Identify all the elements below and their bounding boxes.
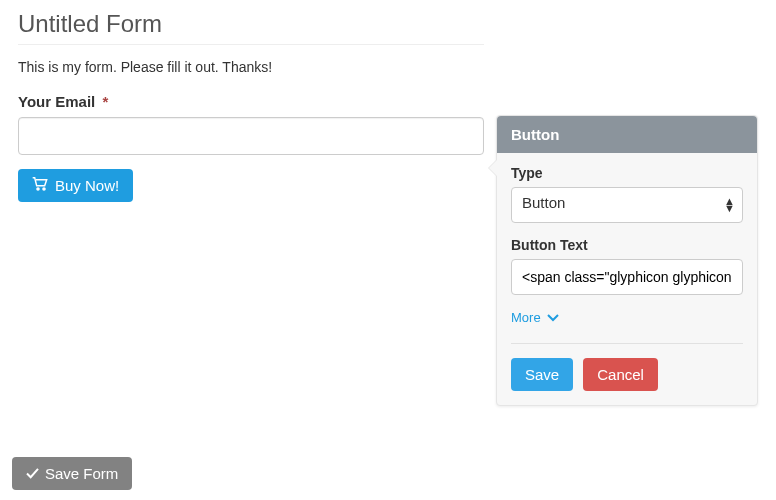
type-label: Type	[511, 165, 743, 181]
button-text-input[interactable]	[511, 259, 743, 295]
cancel-button[interactable]: Cancel	[583, 358, 658, 391]
save-button[interactable]: Save	[511, 358, 573, 391]
email-label-text: Your Email	[18, 93, 95, 110]
buy-now-button[interactable]: Buy Now!	[18, 169, 133, 202]
svg-point-1	[43, 188, 45, 190]
save-form-button[interactable]: Save Form	[12, 457, 132, 490]
buy-now-label: Buy Now!	[55, 177, 119, 194]
required-star: *	[102, 93, 108, 110]
more-toggle[interactable]: More	[511, 310, 559, 325]
panel-divider	[511, 343, 743, 344]
panel-header: Button	[497, 116, 757, 153]
check-icon	[26, 465, 39, 482]
more-label: More	[511, 310, 541, 325]
chevron-down-icon	[547, 310, 559, 325]
svg-point-0	[37, 188, 39, 190]
panel-arrow-inner	[489, 160, 497, 176]
email-field[interactable]	[18, 117, 484, 155]
button-text-label: Button Text	[511, 237, 743, 253]
form-description: This is my form. Please fill it out. Tha…	[18, 59, 758, 75]
cart-icon	[32, 177, 48, 194]
email-label: Your Email *	[18, 93, 758, 110]
page-title: Untitled Form	[18, 10, 484, 45]
button-edit-panel: Button Type Button ▲▼ Button Text More S…	[496, 115, 758, 406]
save-form-label: Save Form	[45, 465, 118, 482]
type-select[interactable]: Button	[511, 187, 743, 223]
